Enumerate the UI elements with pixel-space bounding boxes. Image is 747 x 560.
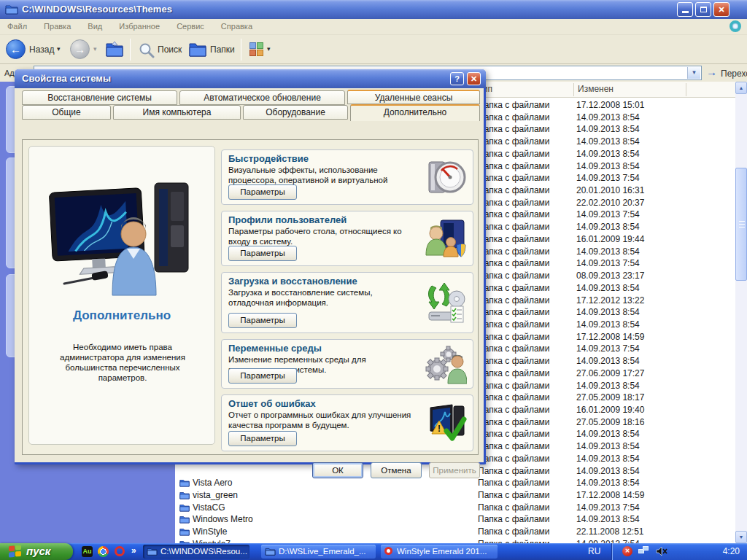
language-indicator[interactable]: RU (588, 546, 600, 556)
tab-system-restore[interactable]: Восстановление системы (22, 90, 177, 105)
taskbar-button-explorer-themes[interactable]: C:\WINDOWS\Resou... (143, 545, 249, 559)
file-type: Папка с файлами (478, 246, 550, 257)
error-reporting-settings-button[interactable]: Параметры (228, 431, 297, 446)
toolbar: ← Назад ▾ → ▾ Поиск Папки ▾ (0, 35, 747, 64)
file-modified: 14.09.2013 8:54 (576, 112, 640, 122)
views-dropdown-icon[interactable]: ▾ (267, 45, 271, 52)
table-row[interactable]: WinStyle Папка с файлами 22.11.2008 12:5… (175, 526, 735, 538)
security-alert-icon[interactable]: ✕ (622, 546, 632, 556)
address-dropdown-icon[interactable]: ▾ (687, 67, 700, 79)
file-modified: 08.09.2013 23:17 (576, 271, 644, 281)
dialog-titlebar[interactable]: Свойства системы ? ✕ (15, 69, 486, 88)
folder-icon (265, 547, 276, 556)
section-title: Загрузка и восстановление (228, 276, 357, 287)
forward-icon[interactable]: → (70, 39, 90, 59)
tab-advanced[interactable]: Дополнительно (350, 104, 480, 121)
cancel-button[interactable]: Отмена (371, 462, 422, 478)
tab-computer-name[interactable]: Имя компьютера (113, 105, 241, 120)
folders-label[interactable]: Папки (210, 44, 235, 55)
file-modified: 22.02.2010 20:37 (576, 198, 644, 208)
column-separator[interactable] (686, 83, 686, 96)
advanced-tab-page: Дополнительно Необходимо иметь права адм… (22, 139, 479, 455)
table-row[interactable]: VistaCG Папка с файлами 14.09.2013 7:54 (175, 502, 735, 514)
file-type: Папка с файлами (478, 502, 550, 513)
help-button[interactable]: ? (450, 72, 464, 85)
menu-tools[interactable]: Сервис (169, 19, 212, 31)
minimize-button[interactable] (677, 2, 693, 17)
ok-button[interactable]: ОК (312, 462, 363, 478)
error-reporting-icon: ! (425, 402, 467, 444)
scroll-up-icon[interactable]: ▲ (735, 82, 747, 94)
quick-launch-overflow-icon[interactable]: » (131, 545, 136, 556)
file-modified: 14.09.2013 8:54 (576, 161, 640, 171)
file-modified: 27.06.2009 17:27 (576, 368, 644, 378)
file-type: Папка с файлами (478, 454, 550, 464)
back-label[interactable]: Назад (29, 44, 54, 55)
tab-general[interactable]: Общие (22, 105, 111, 120)
dialog-close-button[interactable]: ✕ (467, 72, 481, 85)
taskbar-button-explorer-wslive[interactable]: D:\WSLive_Emerald_... (261, 545, 376, 559)
taskbar-button-opera-winstyle[interactable]: WinStyle Emerald 201... (381, 545, 498, 559)
table-row[interactable]: Vista Aero Папка с файлами 14.09.2013 8:… (175, 477, 735, 489)
menu-favorites[interactable]: Избранное (112, 19, 167, 31)
file-type: Папка с файлами (478, 258, 550, 268)
restore-button[interactable] (695, 2, 711, 17)
table-row[interactable]: Windows Metro Папка с файлами 14.09.2013… (175, 513, 735, 526)
folders-icon[interactable] (188, 41, 207, 58)
audition-icon[interactable]: Au (82, 546, 93, 557)
table-row[interactable]: vista_green Папка с файлами 17.12.2008 1… (175, 489, 735, 502)
file-modified: 14.09.2013 7:54 (576, 502, 640, 513)
section-title: Отшет об ошибках (228, 398, 316, 409)
column-header-modified[interactable]: Изменен (578, 84, 614, 94)
window-titlebar: C:\WINDOWS\Resources\Themes ✕ (0, 0, 747, 19)
file-type: Папка с файлами (478, 514, 550, 524)
file-modified: 14.09.2013 8:54 (576, 356, 640, 366)
startup-recovery-icon (425, 281, 467, 324)
file-modified: 14.09.2013 8:54 (576, 514, 640, 524)
go-icon[interactable]: → (706, 66, 717, 78)
vertical-scrollbar[interactable]: ▲ ▼ (735, 82, 747, 543)
views-icon[interactable] (249, 42, 264, 57)
menu-view[interactable]: Вид (80, 19, 109, 31)
go-label[interactable]: Переход (721, 69, 747, 79)
tab-automatic-updates[interactable]: Автоматическое обновление (179, 90, 345, 105)
taskbar-button-label: D:\WSLive_Emerald_... (279, 547, 366, 556)
scrollbar-thumb[interactable] (735, 168, 747, 281)
file-type: Папка с файлами (478, 417, 550, 427)
search-icon[interactable] (139, 42, 155, 58)
start-button[interactable]: пуск (0, 543, 73, 560)
taskbar-button-label: WinStyle Emerald 201... (397, 547, 487, 556)
dialog-body: Восстановление системы Автоматическое об… (15, 88, 481, 462)
chrome-icon[interactable] (98, 546, 109, 557)
up-folder-icon[interactable] (105, 40, 124, 58)
performance-settings-button[interactable]: Параметры (228, 184, 297, 200)
folder-icon (179, 491, 190, 501)
user-profiles-settings-button[interactable]: Параметры (228, 246, 297, 261)
apply-button[interactable]: Применить (429, 462, 480, 478)
back-icon[interactable]: ← (6, 39, 26, 59)
file-modified: 14.09.2013 8:54 (576, 149, 640, 159)
close-button[interactable]: ✕ (713, 2, 729, 17)
startup-recovery-settings-button[interactable]: Параметры (228, 313, 297, 328)
clock[interactable]: 4:20 (723, 546, 740, 556)
forward-dropdown-icon[interactable]: ▾ (93, 45, 97, 52)
menu-edit[interactable]: Правка (36, 19, 78, 31)
tab-remote[interactable]: Удаленные сеансы (347, 90, 480, 104)
table-row[interactable]: Winstyle7 Папка с файлами 14.09.2013 7:5… (175, 538, 735, 543)
environment-variables-settings-button[interactable]: Параметры (228, 368, 297, 384)
file-type: Папка с файлами (478, 161, 550, 171)
tab-hardware[interactable]: Оборудование (243, 105, 348, 120)
file-modified: 14.09.2013 8:54 (576, 246, 640, 257)
window-title: C:\WINDOWS\Resources\Themes (22, 4, 172, 15)
search-label[interactable]: Поиск (158, 44, 182, 55)
start-label: пуск (26, 545, 50, 557)
file-type: Папка с файлами (478, 209, 550, 219)
menu-file[interactable]: Файл (0, 19, 34, 31)
network-icon[interactable] (638, 546, 650, 556)
opera-icon[interactable] (115, 546, 125, 556)
column-separator[interactable] (573, 83, 574, 96)
scroll-down-icon[interactable]: ▼ (735, 531, 747, 543)
menu-help[interactable]: Справка (214, 19, 260, 31)
back-dropdown-icon[interactable]: ▾ (57, 45, 61, 52)
volume-muted-icon[interactable] (656, 546, 667, 558)
